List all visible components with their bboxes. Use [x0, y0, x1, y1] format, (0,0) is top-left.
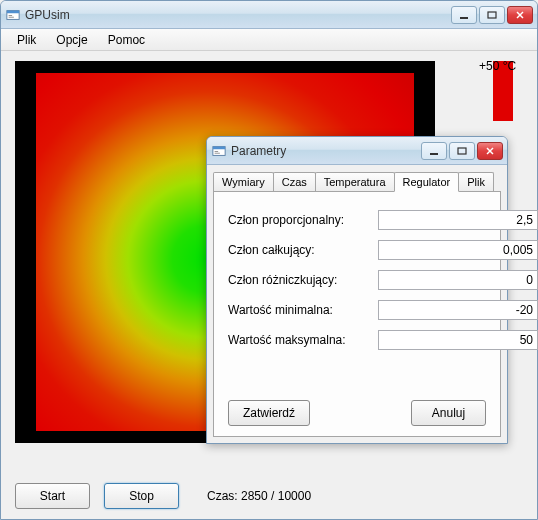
input-kd[interactable]: [378, 270, 538, 290]
tab-strip: Wymiary Czas Temperatura Regulator Plik: [213, 169, 501, 191]
tab-panel-regulator: Człon proporcjonalny: Człon całkujący: C…: [213, 191, 501, 437]
svg-rect-3: [9, 16, 14, 17]
main-titlebar[interactable]: GPUsim: [1, 1, 537, 29]
dialog-title: Parametry: [231, 144, 421, 158]
label-min: Wartość minimalna:: [228, 303, 378, 317]
field-min: Wartość minimalna:: [228, 300, 486, 320]
input-max[interactable]: [378, 330, 538, 350]
svg-rect-5: [488, 12, 496, 18]
parameters-dialog: Parametry Wymiary Czas Temperatura Regul…: [206, 136, 508, 444]
field-kd: Człon różniczkujący:: [228, 270, 486, 290]
tab-regulator[interactable]: Regulator: [394, 172, 460, 192]
svg-rect-10: [215, 151, 219, 152]
close-button[interactable]: [507, 6, 533, 24]
tab-dimensions[interactable]: Wymiary: [213, 172, 274, 191]
main-window-buttons: [451, 6, 533, 24]
menu-file[interactable]: Plik: [7, 30, 46, 50]
input-kp[interactable]: [378, 210, 538, 230]
dialog-close-button[interactable]: [477, 142, 503, 160]
svg-rect-11: [215, 152, 220, 153]
cancel-button[interactable]: Anuluj: [411, 400, 486, 426]
dialog-client: Wymiary Czas Temperatura Regulator Plik …: [207, 165, 507, 443]
svg-rect-2: [9, 15, 13, 16]
dialog-button-row: Zatwierdź Anuluj: [228, 390, 486, 426]
field-kp: Człon proporcjonalny:: [228, 210, 486, 230]
tab-temperature[interactable]: Temperatura: [315, 172, 395, 191]
svg-rect-9: [213, 146, 225, 149]
temperature-scale-label: +50 °C: [479, 59, 516, 73]
label-kp: Człon proporcjonalny:: [228, 213, 378, 227]
field-max: Wartość maksymalna:: [228, 330, 486, 350]
start-button[interactable]: Start: [15, 483, 90, 509]
dialog-maximize-button[interactable]: [449, 142, 475, 160]
dialog-titlebar[interactable]: Parametry: [207, 137, 507, 165]
svg-rect-13: [458, 148, 466, 154]
tab-file[interactable]: Plik: [458, 172, 494, 191]
svg-rect-4: [460, 17, 468, 19]
label-max: Wartość maksymalna:: [228, 333, 378, 347]
stop-button[interactable]: Stop: [104, 483, 179, 509]
menu-bar: Plik Opcje Pomoc: [1, 29, 537, 51]
dialog-icon: [211, 143, 227, 159]
status-text: Czas: 2850 / 10000: [207, 489, 311, 503]
label-ki: Człon całkujący:: [228, 243, 378, 257]
minimize-button[interactable]: [451, 6, 477, 24]
svg-rect-1: [7, 10, 19, 13]
menu-help[interactable]: Pomoc: [98, 30, 155, 50]
main-title: GPUsim: [25, 8, 451, 22]
app-icon: [5, 7, 21, 23]
label-kd: Człon różniczkujący:: [228, 273, 378, 287]
svg-rect-12: [430, 153, 438, 155]
maximize-button[interactable]: [479, 6, 505, 24]
field-ki: Człon całkujący:: [228, 240, 486, 260]
dialog-minimize-button[interactable]: [421, 142, 447, 160]
tab-time[interactable]: Czas: [273, 172, 316, 191]
input-min[interactable]: [378, 300, 538, 320]
bottom-bar: Start Stop Czas: 2850 / 10000: [15, 483, 523, 509]
apply-button[interactable]: Zatwierdź: [228, 400, 310, 426]
input-ki[interactable]: [378, 240, 538, 260]
dialog-window-buttons: [421, 142, 503, 160]
menu-options[interactable]: Opcje: [46, 30, 97, 50]
